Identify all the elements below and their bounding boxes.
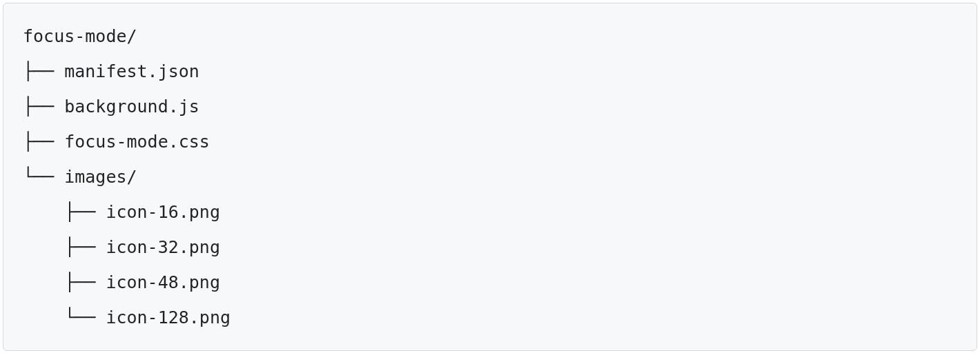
tree-line: ├── focus-mode.css — [23, 132, 210, 152]
tree-line: focus-mode/ — [23, 26, 137, 46]
tree-line: ├── icon-16.png — [23, 202, 220, 222]
tree-line: ├── icon-48.png — [23, 272, 220, 292]
tree-line: ├── icon-32.png — [23, 237, 220, 257]
tree-line: └── images/ — [23, 167, 137, 187]
directory-tree-code-block: focus-mode/ ├── manifest.json ├── backgr… — [3, 3, 977, 351]
tree-line: ├── manifest.json — [23, 61, 199, 81]
tree-line: ├── background.js — [23, 97, 199, 117]
tree-line: └── icon-128.png — [23, 307, 231, 327]
